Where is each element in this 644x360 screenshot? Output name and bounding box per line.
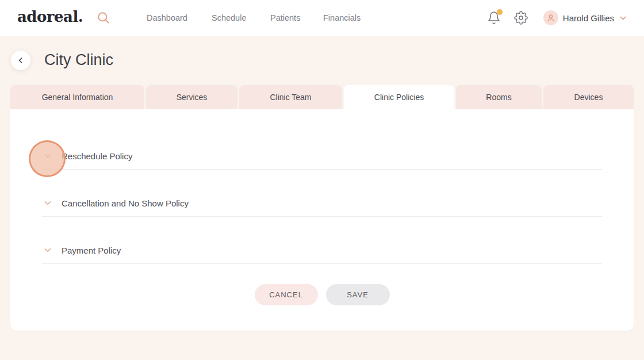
brand-logo: adoreal. xyxy=(17,8,83,25)
policy-section-label: Reschedule Policy xyxy=(62,151,132,161)
user-chevron-down-icon xyxy=(618,13,628,23)
top-navigation-bar: adoreal. Dashboard Schedule Patients Fin… xyxy=(0,0,644,36)
user-menu[interactable]: Harold Gillies xyxy=(543,10,628,25)
search-button[interactable] xyxy=(96,10,111,25)
policy-section-payment[interactable]: Payment Policy xyxy=(42,237,602,264)
policy-section-label: Cancellation and No Show Policy xyxy=(62,198,189,208)
avatar xyxy=(543,10,558,25)
form-actions: CANCEL SAVE xyxy=(10,284,634,305)
chevron-down-icon xyxy=(43,198,52,208)
header-actions: Harold Gillies xyxy=(487,0,628,36)
policy-section-label: Payment Policy xyxy=(62,246,121,255)
user-name: Harold Gillies xyxy=(563,13,614,23)
tab-clinic-policies[interactable]: Clinic Policies xyxy=(344,85,454,109)
search-icon xyxy=(96,10,111,25)
save-button[interactable]: SAVE xyxy=(326,284,390,305)
clinic-policies-panel: Reschedule Policy Cancellation and No Sh… xyxy=(10,109,634,331)
tab-devices[interactable]: Devices xyxy=(543,85,634,109)
clinic-settings-screen: adoreal. Dashboard Schedule Patients Fin… xyxy=(0,0,644,360)
policy-section-cancellation-no-show[interactable]: Cancellation and No Show Policy xyxy=(42,190,602,217)
nav-item-schedule[interactable]: Schedule xyxy=(212,0,246,36)
chevron-down-icon xyxy=(43,151,52,160)
chevron-down-icon xyxy=(43,246,52,255)
notifications-button[interactable] xyxy=(487,11,501,25)
chevron-left-icon xyxy=(16,56,25,65)
settings-button[interactable] xyxy=(514,11,528,25)
tab-general-information[interactable]: General Information xyxy=(10,85,144,109)
tab-rooms[interactable]: Rooms xyxy=(456,85,542,109)
tab-services[interactable]: Services xyxy=(146,85,237,109)
gear-icon xyxy=(514,11,528,25)
nav-item-dashboard[interactable]: Dashboard xyxy=(147,0,187,36)
tab-clinic-team[interactable]: Clinic Team xyxy=(239,85,342,109)
back-button[interactable] xyxy=(11,51,30,70)
clinic-tabs: General Information Services Clinic Team… xyxy=(10,85,634,109)
cancel-button[interactable]: CANCEL xyxy=(255,284,318,305)
nav-item-financials[interactable]: Financials xyxy=(323,0,361,36)
nav-item-patients[interactable]: Patients xyxy=(270,0,300,36)
page-title: City Clinic xyxy=(44,51,113,69)
person-icon xyxy=(546,13,556,23)
notification-dot xyxy=(497,9,503,15)
policy-section-reschedule[interactable]: Reschedule Policy xyxy=(42,143,602,170)
